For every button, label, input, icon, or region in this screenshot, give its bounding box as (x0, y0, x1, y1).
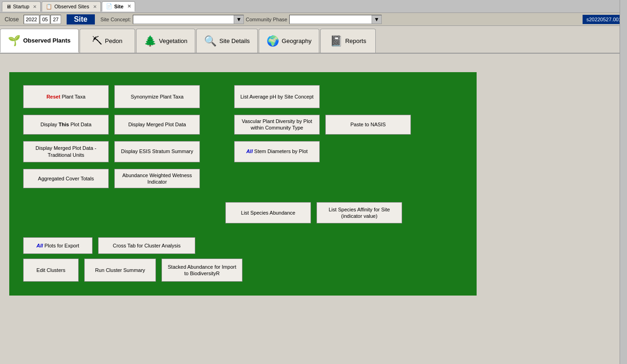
community-phase-label: Community Phase (246, 17, 287, 22)
site-tab-close[interactable]: ✕ (127, 4, 131, 9)
spacer-2 (205, 115, 229, 135)
bottom-section: All Plots for Export Cross Tab for Clust… (23, 237, 463, 282)
date-year[interactable]: 2022 (24, 15, 39, 24)
observed-sites-tab-label: Observed Sites (54, 4, 89, 9)
reports-label: Reports (345, 37, 366, 44)
reports-icon: 📓 (330, 35, 342, 47)
run-cluster-summary-button[interactable]: Run Cluster Summary (84, 259, 156, 282)
observed-sites-tab-close[interactable]: ✕ (93, 4, 97, 9)
panel-row-6: All Plots for Export Cross Tab for Clust… (23, 237, 463, 254)
startup-tab-icon: 🖥 (6, 4, 11, 9)
reset-text: Reset (46, 93, 60, 100)
site-details-label: Site Details (219, 37, 250, 44)
list-avg-ph-button[interactable]: List Average pH by Site Concept (234, 85, 320, 108)
display-merged-trad-label: Display Merged Plot Data - Traditional U… (28, 145, 104, 158)
vascular-plant-button[interactable]: Vascular Plant Diversity by Plot within … (234, 115, 320, 135)
panel-row-4: Aggregated Cover Totals Abundance Weight… (23, 169, 463, 189)
community-phase-dropdown[interactable]: ▼ (372, 15, 381, 24)
spacer-5 (23, 202, 220, 223)
toolbar: Close 2022 05 27 Site Site Concept: ▼ Co… (0, 13, 627, 26)
all-plots-export-label: All Plots for Export (37, 242, 79, 249)
observed-sites-tab-icon: 📋 (46, 4, 52, 10)
site-concept-dropdown[interactable]: ▼ (234, 15, 243, 24)
site-tab-icon: 📄 (106, 3, 112, 9)
cross-tab-label: Cross Tab for Cluster Analysis (113, 242, 181, 249)
display-esis-button[interactable]: Display ESIS Stratum Summary (114, 141, 200, 162)
display-esis-label: Display ESIS Stratum Summary (121, 148, 193, 154)
abundance-weighted-label: Abundance Weighted Wetness Indicator (119, 172, 195, 185)
abundance-weighted-button[interactable]: Abundance Weighted Wetness Indicator (114, 169, 200, 189)
date-field: 2022 05 27 (24, 15, 61, 24)
synonymize-plant-taxa-button[interactable]: Synonymize Plant Taxa (114, 85, 200, 108)
all-plots-export-button[interactable]: All Plots for Export (23, 237, 93, 254)
spacer-1 (205, 85, 229, 108)
close-button[interactable]: Close (2, 15, 22, 24)
all-stem-label: All Stem Diameters by Plot (246, 148, 308, 154)
paste-to-nasis-button[interactable]: Paste to NASIS (325, 115, 411, 135)
panel-row-2: Display This Plot Data Display Merged Pl… (23, 115, 463, 135)
spacer-3 (205, 141, 229, 162)
nav-tab-pedon[interactable]: ⛏ Pedon (80, 29, 135, 53)
date-day[interactable]: 27 (50, 15, 61, 24)
nav-tab-observed-plants[interactable]: 🌱 Observed Plants (0, 29, 79, 53)
tab-startup[interactable]: 🖥 Startup ✕ (2, 1, 41, 12)
site-id-display: s20220527.001 (583, 15, 625, 24)
nav-tabs: 🌱 Observed Plants ⛏ Pedon 🌲 Vegetation 🔍… (0, 26, 627, 54)
observed-plants-label: Observed Plants (23, 37, 71, 44)
geography-label: Geography (282, 37, 311, 44)
synonymize-plant-taxa-label: Synonymize Plant Taxa (130, 93, 183, 100)
list-species-affinity-label: List Species Affinity for Site (indicato… (322, 206, 397, 220)
tab-observed-sites[interactable]: 📋 Observed Sites ✕ (42, 1, 100, 12)
reset-plant-taxa-label: Plant Taxa (62, 93, 85, 100)
startup-tab-close[interactable]: ✕ (33, 4, 37, 9)
display-merged-trad-button[interactable]: Display Merged Plot Data - Traditional U… (23, 141, 109, 162)
panel-row-7: Edit Clusters Run Cluster Summary Stacke… (23, 259, 463, 282)
stacked-abundance-label: Stacked Abundance for Import to Biodiver… (167, 264, 237, 277)
display-this-plot-label: Display This Plot Data (40, 121, 91, 128)
panel-row-5: List Species Abundance List Species Affi… (23, 202, 463, 223)
nav-tab-site-details[interactable]: 🔍 Site Details (196, 29, 258, 53)
vascular-plant-label: Vascular Plant Diversity by Plot within … (239, 118, 315, 131)
reset-plant-taxa-button[interactable]: Reset Plant Taxa (23, 85, 109, 108)
vegetation-icon: 🌲 (144, 35, 156, 47)
display-merged-plot-button[interactable]: Display Merged Plot Data (114, 115, 200, 135)
startup-tab-label: Startup (13, 4, 29, 9)
nav-tab-geography[interactable]: 🌍 Geography (259, 29, 319, 53)
main-content: Reset Plant Taxa Synonymize Plant Taxa L… (0, 54, 627, 305)
list-species-abundance-label: List Species Abundance (241, 210, 295, 216)
list-species-abundance-button[interactable]: List Species Abundance (225, 202, 311, 223)
title-bar: 🖥 Startup ✕ 📋 Observed Sites ✕ 📄 Site ✕ (0, 0, 627, 13)
geography-icon: 🌍 (267, 35, 279, 47)
panel-row-1: Reset Plant Taxa Synonymize Plant Taxa L… (23, 85, 463, 108)
edit-clusters-button[interactable]: Edit Clusters (23, 259, 79, 282)
community-phase-input[interactable]: ▼ (289, 15, 382, 24)
list-avg-ph-label: List Average pH by Site Concept (240, 93, 313, 100)
display-this-plot-button[interactable]: Display This Plot Data (23, 115, 109, 135)
site-tab-label: Site (114, 4, 124, 9)
vegetation-label: Vegetation (159, 37, 187, 44)
site-concept-label: Site Concept: (100, 17, 131, 22)
list-species-affinity-button[interactable]: List Species Affinity for Site (indicato… (317, 202, 402, 223)
paste-to-nasis-label: Paste to NASIS (350, 121, 385, 128)
site-label: Site (67, 14, 95, 25)
tab-site[interactable]: 📄 Site ✕ (102, 1, 135, 12)
aggregated-cover-button[interactable]: Aggregated Cover Totals (23, 169, 109, 189)
all-stem-diameters-button[interactable]: All Stem Diameters by Plot (234, 141, 320, 162)
observed-plants-icon: 🌱 (8, 35, 20, 47)
site-details-icon: 🔍 (204, 35, 217, 47)
aggregated-cover-label: Aggregated Cover Totals (38, 175, 94, 182)
site-concept-input[interactable]: ▼ (133, 15, 244, 24)
panel-row-3: Display Merged Plot Data - Traditional U… (23, 141, 463, 162)
stacked-abundance-button[interactable]: Stacked Abundance for Import to Biodiver… (161, 259, 242, 282)
pedon-label: Pedon (105, 37, 123, 44)
edit-clusters-label: Edit Clusters (37, 267, 65, 273)
date-month[interactable]: 05 (40, 15, 50, 24)
pedon-icon: ⛏ (92, 35, 102, 47)
green-panel: Reset Plant Taxa Synonymize Plant Taxa L… (9, 72, 477, 296)
cross-tab-button[interactable]: Cross Tab for Cluster Analysis (98, 237, 195, 254)
nav-tab-reports[interactable]: 📓 Reports (320, 29, 376, 53)
scrollbar-right[interactable] (620, 0, 627, 364)
nav-tab-vegetation[interactable]: 🌲 Vegetation (136, 29, 195, 53)
run-cluster-summary-label: Run Cluster Summary (95, 267, 145, 273)
display-merged-plot-label: Display Merged Plot Data (128, 121, 186, 128)
